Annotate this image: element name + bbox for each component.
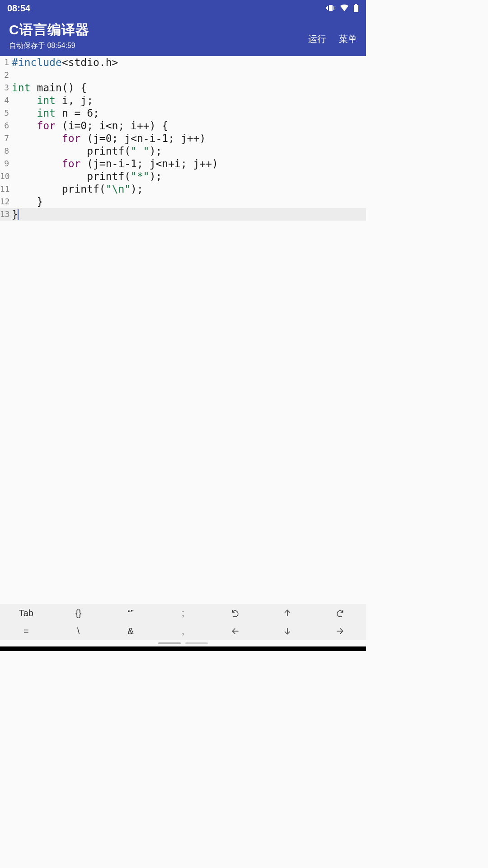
status-bar: 08:54 [0, 0, 366, 16]
code-content[interactable] [10, 69, 12, 81]
arrow-right-icon-button[interactable] [314, 622, 366, 640]
text-cursor [18, 209, 19, 220]
svg-rect-6 [354, 5, 358, 12]
arrow-down-icon [283, 627, 292, 636]
code-line[interactable]: 4 int i, j; [0, 94, 366, 107]
code-line[interactable]: 11 printf("\n"); [0, 183, 366, 195]
code-content[interactable]: for (j=0; j<n-i-1; j++) [10, 132, 206, 145]
line-number: 13 [0, 208, 10, 221]
status-icons [326, 4, 359, 12]
insert-char-button[interactable]: ; [157, 604, 209, 622]
code-content[interactable]: for (i=0; i<n; i++) { [10, 119, 168, 132]
line-number: 1 [0, 56, 10, 69]
code-content[interactable]: int i, j; [10, 94, 93, 107]
code-line[interactable]: 13} [0, 208, 366, 221]
insert-charchar-button[interactable]: {} [52, 604, 105, 622]
run-button[interactable]: 运行 [308, 33, 326, 45]
insert-Tab-button[interactable]: Tab [0, 604, 52, 622]
code-content[interactable]: int n = 6; [10, 107, 99, 119]
battery-icon [353, 4, 359, 12]
insert-char-button[interactable]: & [104, 622, 157, 640]
vibrate-icon [326, 5, 335, 12]
insert-char-button[interactable]: = [0, 622, 52, 640]
autosave-status: 自动保存于 08:54:59 [9, 41, 89, 51]
line-number: 7 [0, 132, 10, 145]
arrow-left-icon [231, 627, 240, 636]
line-number: 5 [0, 107, 10, 119]
code-content[interactable]: printf("*"); [10, 170, 162, 183]
line-number: 2 [0, 69, 10, 81]
line-number: 3 [0, 81, 10, 94]
nav-pill [185, 642, 208, 644]
redo-icon-button[interactable] [314, 604, 366, 622]
arrow-right-icon [335, 627, 344, 636]
code-line[interactable]: 7 for (j=0; j<n-i-1; j++) [0, 132, 366, 145]
svg-rect-0 [329, 5, 333, 11]
code-content[interactable]: printf(" "); [10, 145, 162, 157]
svg-rect-1 [327, 6, 328, 10]
svg-rect-3 [326, 7, 327, 9]
line-number: 4 [0, 94, 10, 107]
code-line[interactable]: 6 for (i=0; i<n; i++) { [0, 119, 366, 132]
insert-charchar-button[interactable]: “” [104, 604, 157, 622]
wifi-icon [340, 5, 349, 12]
insert-char-button[interactable]: , [157, 622, 209, 640]
app-title: C语言编译器 [9, 21, 89, 39]
arrow-up-icon [283, 609, 292, 618]
redo-icon [335, 609, 344, 618]
code-line[interactable]: 10 printf("*"); [0, 170, 366, 183]
bottom-strip [0, 646, 366, 651]
line-number: 11 [0, 183, 10, 195]
svg-rect-5 [355, 4, 357, 5]
line-number: 12 [0, 195, 10, 208]
line-number: 6 [0, 119, 10, 132]
nav-pill [158, 642, 181, 644]
line-number: 10 [0, 170, 10, 183]
code-line[interactable]: 8 printf(" "); [0, 145, 366, 157]
code-content[interactable]: printf("\n"); [10, 183, 143, 195]
code-line[interactable]: 9 for (j=n-i-1; j<n+i; j++) [0, 157, 366, 170]
code-line[interactable]: 3int main() { [0, 81, 366, 94]
code-line[interactable]: 1#include<stdio.h> [0, 56, 366, 69]
gesture-bar [0, 640, 366, 646]
code-content[interactable]: for (j=n-i-1; j<n+i; j++) [10, 157, 218, 170]
undo-icon-button[interactable] [209, 604, 262, 622]
arrow-left-icon-button[interactable] [209, 622, 262, 640]
keyboard-toolbar: Tab{}“”;=\&, [0, 604, 366, 640]
line-number: 9 [0, 157, 10, 170]
code-line[interactable]: 2 [0, 69, 366, 81]
code-content[interactable]: } [10, 208, 19, 221]
app-bar: C语言编译器 自动保存于 08:54:59 运行 菜单 [0, 16, 366, 56]
insert-char-button[interactable]: \ [52, 622, 105, 640]
line-number: 8 [0, 145, 10, 157]
code-content[interactable]: } [10, 195, 43, 208]
svg-rect-4 [335, 7, 335, 9]
arrow-down-icon-button[interactable] [262, 622, 314, 640]
code-editor[interactable]: 1#include<stdio.h>23int main() {4 int i,… [0, 56, 366, 604]
undo-icon [231, 609, 240, 618]
code-line[interactable]: 12 } [0, 195, 366, 208]
code-content[interactable]: #include<stdio.h> [10, 56, 118, 69]
code-line[interactable]: 5 int n = 6; [0, 107, 366, 119]
arrow-up-icon-button[interactable] [262, 604, 314, 622]
svg-rect-2 [333, 6, 334, 10]
code-content[interactable]: int main() { [10, 81, 87, 94]
menu-button[interactable]: 菜单 [339, 33, 357, 45]
status-time: 08:54 [7, 3, 30, 14]
